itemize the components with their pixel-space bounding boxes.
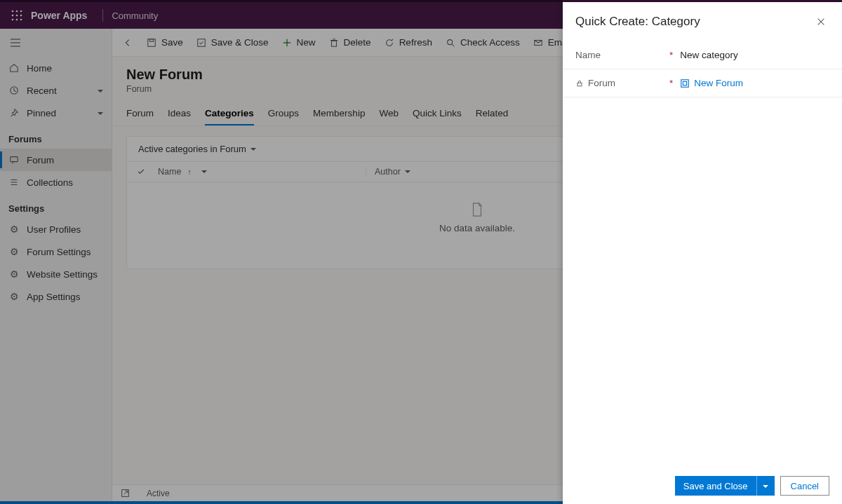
save-and-close-label: Save and Close xyxy=(675,481,756,491)
svg-rect-33 xyxy=(683,81,687,85)
field-name-value: New category xyxy=(680,50,738,60)
svg-rect-32 xyxy=(681,79,689,87)
quick-create-panel: Quick Create: Category Name * New catego… xyxy=(563,0,842,504)
required-indicator: * xyxy=(669,78,673,88)
field-forum[interactable]: Forum * New Forum xyxy=(563,69,842,97)
field-name-label: Name xyxy=(575,50,601,60)
cancel-label: Cancel xyxy=(791,481,819,491)
svg-rect-31 xyxy=(577,83,582,86)
field-forum-label: Forum xyxy=(588,78,615,88)
lock-icon xyxy=(575,79,584,88)
required-indicator: * xyxy=(669,50,673,60)
field-name[interactable]: Name * New category xyxy=(563,41,842,69)
panel-title: Quick Create: Category xyxy=(575,15,700,29)
field-forum-value[interactable]: New Forum xyxy=(680,78,743,88)
close-icon[interactable] xyxy=(813,13,829,30)
save-and-close-button[interactable]: Save and Close xyxy=(675,476,775,496)
modal-backdrop[interactable] xyxy=(0,0,563,504)
cancel-button[interactable]: Cancel xyxy=(780,476,829,496)
field-forum-value-text: New Forum xyxy=(694,78,743,88)
save-split-dropdown[interactable] xyxy=(756,476,775,496)
chevron-down-icon xyxy=(763,481,768,491)
